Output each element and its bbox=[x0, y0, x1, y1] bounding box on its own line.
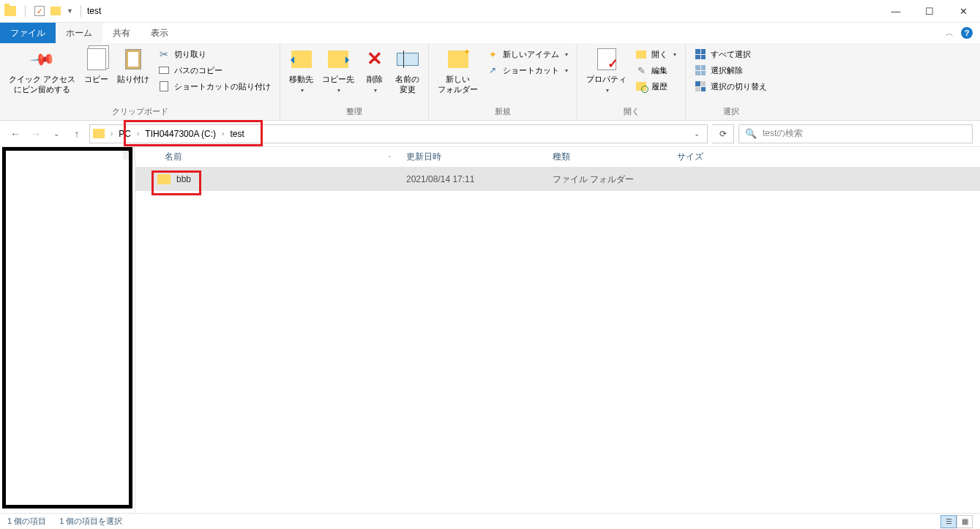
properties-button[interactable]: プロパティ▾ bbox=[582, 46, 631, 97]
paste-button[interactable]: 貼り付け bbox=[113, 46, 154, 86]
tab-view[interactable]: 表示 bbox=[141, 23, 179, 43]
paste-shortcut-icon bbox=[158, 80, 170, 92]
chevron-right-icon[interactable]: › bbox=[109, 130, 114, 138]
annotation-highlight-sidebar bbox=[2, 147, 132, 509]
tab-file[interactable]: ファイル bbox=[0, 23, 56, 43]
copy-button[interactable]: コピー bbox=[80, 46, 113, 86]
select-all-button[interactable]: すべて選択 bbox=[690, 48, 771, 61]
search-box[interactable]: 🔍 testの検索 bbox=[738, 124, 973, 143]
chevron-right-icon[interactable]: › bbox=[135, 130, 141, 138]
group-new: 新しい フォルダー ✦新しいアイテム▾ ↗ショートカット▾ 新規 bbox=[429, 43, 577, 120]
ribbon-tabs: ファイル ホーム 共有 表示 ︿ ? bbox=[0, 23, 980, 43]
shortcut-icon: ↗ bbox=[487, 64, 498, 76]
refresh-button[interactable]: ⟳ bbox=[712, 124, 734, 143]
edit-icon: ✎ bbox=[635, 64, 647, 76]
sort-indicator-icon: ˄ bbox=[388, 155, 392, 162]
group-open: プロパティ▾ 開く▾ ✎編集 履歴 開く bbox=[577, 43, 686, 120]
invert-selection-button[interactable]: 選択の切り替え bbox=[690, 80, 771, 93]
group-label-open: 開く bbox=[577, 105, 685, 120]
app-folder-icon bbox=[4, 6, 16, 16]
select-all-icon bbox=[695, 48, 706, 60]
nav-up-button[interactable]: ↑ bbox=[69, 126, 85, 142]
copy-to-button[interactable]: コピー先▾ bbox=[318, 46, 359, 97]
nav-back-button[interactable]: ← bbox=[7, 126, 23, 142]
column-name[interactable]: 名前˄ bbox=[135, 151, 399, 163]
move-to-button[interactable]: 移動先▾ bbox=[285, 46, 318, 97]
delete-button[interactable]: ✕ 削除▾ bbox=[359, 46, 391, 97]
minimize-button[interactable]: — bbox=[879, 0, 913, 23]
paste-shortcut-button[interactable]: ショートカットの貼り付け bbox=[154, 80, 275, 93]
breadcrumb-drive[interactable]: TIH0447300A (C:) bbox=[142, 129, 219, 139]
select-none-icon bbox=[695, 64, 706, 76]
ribbon: 📌 クイック アクセス にピン留めする コピー 貼り付け ✂切り取り パスのコピ… bbox=[0, 43, 980, 121]
ribbon-collapse-icon[interactable]: ︿ bbox=[946, 28, 954, 39]
history-button[interactable]: 履歴 bbox=[631, 80, 681, 93]
title-separator bbox=[81, 5, 81, 17]
group-label-organize: 整理 bbox=[280, 105, 428, 120]
new-shortcut-button[interactable]: ↗ショートカット▾ bbox=[482, 64, 572, 77]
address-folder-icon bbox=[93, 129, 105, 138]
file-row[interactable]: bbb 2021/08/14 17:11 ファイル フォルダー bbox=[135, 168, 980, 191]
properties-icon bbox=[597, 48, 616, 70]
view-icons-button[interactable]: ▦ bbox=[957, 515, 973, 528]
new-item-button[interactable]: ✦新しいアイテム▾ bbox=[482, 48, 572, 61]
group-organize: 移動先▾ コピー先▾ ✕ 削除▾ 名前の 変更 整理 bbox=[280, 43, 429, 120]
nav-pane[interactable]: ˄ bbox=[0, 147, 135, 513]
column-headers: 名前˄ 更新日時 種類 サイズ bbox=[135, 147, 980, 168]
search-icon: 🔍 bbox=[745, 128, 757, 139]
qat-newfolder-icon[interactable] bbox=[51, 7, 61, 15]
nav-forward-button[interactable]: → bbox=[28, 126, 44, 142]
column-type[interactable]: 種類 bbox=[545, 151, 670, 163]
cut-button[interactable]: ✂切り取り bbox=[154, 48, 275, 61]
tab-home[interactable]: ホーム bbox=[56, 23, 102, 43]
cut-icon: ✂ bbox=[158, 48, 170, 60]
status-bar: 1 個の項目 1 個の項目を選択 ☰ ▦ bbox=[0, 513, 980, 529]
status-item-count: 1 個の項目 bbox=[7, 516, 46, 527]
folder-icon bbox=[157, 174, 171, 184]
column-size[interactable]: サイズ bbox=[670, 151, 765, 163]
pin-icon: 📌 bbox=[28, 45, 56, 73]
title-bar: ✓ ▼ test — ☐ ✕ bbox=[0, 0, 980, 23]
copy-path-icon bbox=[158, 64, 170, 76]
breadcrumb-folder[interactable]: test bbox=[227, 129, 247, 139]
rename-icon bbox=[397, 53, 419, 66]
nav-bar: ← → ⌄ ↑ › PC › TIH0447300A (C:) › test ⌄… bbox=[0, 121, 980, 147]
tab-share[interactable]: 共有 bbox=[102, 23, 141, 43]
new-folder-icon bbox=[448, 50, 468, 68]
group-label-select: 選択 bbox=[686, 105, 776, 120]
move-to-icon bbox=[291, 50, 312, 68]
edit-button[interactable]: ✎編集 bbox=[631, 64, 681, 77]
view-details-button[interactable]: ☰ bbox=[940, 515, 957, 528]
open-icon bbox=[635, 48, 647, 60]
close-button[interactable]: ✕ bbox=[946, 0, 980, 23]
column-date[interactable]: 更新日時 bbox=[399, 151, 545, 163]
search-placeholder: testの検索 bbox=[763, 127, 803, 140]
copy-path-button[interactable]: パスのコピー bbox=[154, 64, 275, 77]
new-item-icon: ✦ bbox=[487, 48, 498, 60]
file-type: ファイル フォルダー bbox=[545, 173, 670, 186]
open-button[interactable]: 開く▾ bbox=[631, 48, 681, 61]
pin-quickaccess-button[interactable]: 📌 クイック アクセス にピン留めする bbox=[4, 46, 80, 97]
qat-properties-icon[interactable]: ✓ bbox=[34, 6, 45, 16]
copy-icon bbox=[87, 48, 106, 70]
group-clipboard: 📌 クイック アクセス にピン留めする コピー 貼り付け ✂切り取り パスのコピ… bbox=[0, 43, 280, 120]
window-title: test bbox=[84, 6, 101, 16]
file-list: 名前˄ 更新日時 種類 サイズ bbb 2021/08/14 17:11 ファイ… bbox=[135, 147, 980, 513]
qat-dropdown-icon[interactable]: ▼ bbox=[67, 7, 73, 15]
new-folder-button[interactable]: 新しい フォルダー bbox=[433, 46, 482, 97]
breadcrumb-pc[interactable]: PC bbox=[116, 129, 134, 139]
address-dropdown-icon[interactable]: ⌄ bbox=[689, 130, 704, 138]
file-name: bbb bbox=[176, 174, 191, 184]
select-none-button[interactable]: 選択解除 bbox=[690, 64, 771, 77]
qat-separator bbox=[25, 5, 26, 17]
status-selected-count: 1 個の項目を選択 bbox=[59, 516, 122, 527]
rename-button[interactable]: 名前の 変更 bbox=[391, 46, 424, 97]
group-label-clipboard: クリップボード bbox=[0, 105, 280, 120]
group-select: すべて選択 選択解除 選択の切り替え 選択 bbox=[686, 43, 776, 120]
nav-recent-dropdown[interactable]: ⌄ bbox=[48, 126, 64, 142]
maximize-button[interactable]: ☐ bbox=[913, 0, 946, 23]
help-icon[interactable]: ? bbox=[961, 27, 973, 39]
chevron-right-icon[interactable]: › bbox=[220, 130, 225, 138]
address-bar[interactable]: › PC › TIH0447300A (C:) › test ⌄ bbox=[89, 124, 708, 143]
content-area: ˄ 名前˄ 更新日時 種類 サイズ bbb 2021/08/14 17:11 フ… bbox=[0, 147, 980, 513]
